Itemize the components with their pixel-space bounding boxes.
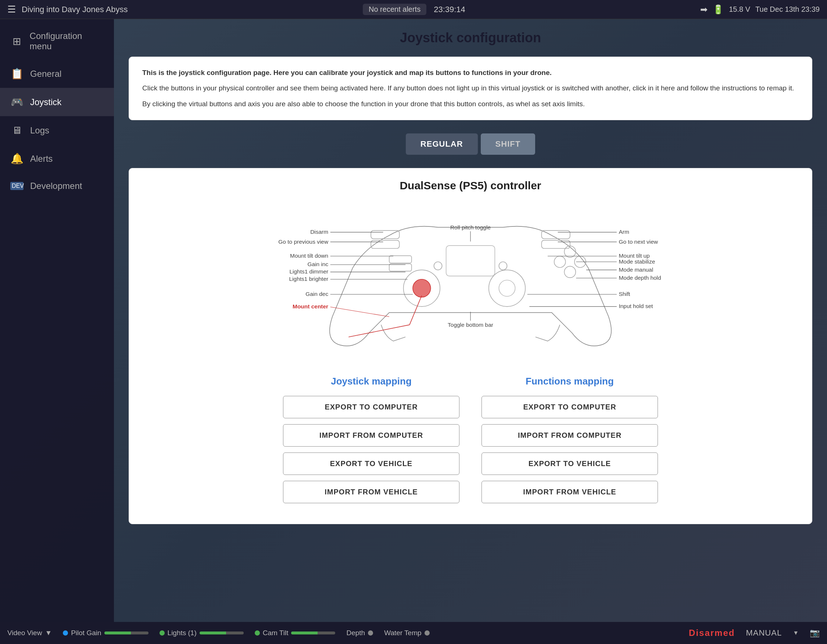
pilot-gain-dot (63, 630, 68, 636)
svg-text:Go to previous view: Go to previous view (278, 239, 329, 245)
sidebar-label-logs: Logs (30, 125, 49, 136)
pilot-gain-slider[interactable] (105, 632, 148, 635)
pilot-gain-label: Pilot Gain (71, 629, 101, 637)
svg-line-18 (348, 325, 409, 337)
bottom-bar: Video View ▼ Pilot Gain Lights (1) Cam T… (0, 622, 827, 644)
lights-dot (159, 630, 165, 636)
svg-text:Go to next view: Go to next view (619, 239, 658, 245)
joystick-export-computer-button[interactable]: EXPORT TO COMPUTER (283, 396, 459, 418)
clock: 23:39:14 (434, 5, 465, 14)
controller-panel: DualSense (PS5) controller (129, 168, 812, 524)
flight-mode-status: MANUAL (746, 628, 782, 638)
svg-text:Input hold set: Input hold set (619, 303, 653, 309)
cam-tilt-item: Cam Tilt (255, 629, 335, 637)
sidebar-label-alerts: Alerts (30, 154, 53, 164)
joystick-mapping-section: Joystick mapping EXPORT TO COMPUTER IMPO… (283, 376, 459, 509)
battery-icon: 🔋 (713, 5, 724, 15)
svg-text:Lights1 brighter: Lights1 brighter (289, 276, 329, 282)
svg-rect-14 (446, 246, 495, 276)
svg-point-3 (499, 280, 515, 296)
water-temp-dot (424, 630, 430, 636)
sidebar-label-general: General (30, 69, 61, 79)
info-line1: This is the joystick configuration page.… (142, 69, 552, 76)
sidebar-item-joystick[interactable]: 🎮 Joystick (0, 88, 114, 116)
svg-point-10 (554, 256, 566, 268)
date-display: Tue Dec 13th 23:39 (755, 5, 820, 14)
voltage-display: 15.8 V (729, 5, 750, 14)
svg-text:Disarm: Disarm (310, 229, 328, 235)
joystick-import-vehicle-button[interactable]: IMPORT FROM VEHICLE (283, 481, 459, 503)
svg-text:Shift: Shift (619, 291, 630, 297)
lights-slider[interactable] (200, 632, 244, 635)
sidebar-item-logs[interactable]: 🖥 Logs (0, 116, 114, 145)
svg-text:Mode manual: Mode manual (619, 267, 653, 273)
grid-icon: ⊞ (10, 35, 23, 47)
svg-line-17 (409, 296, 421, 325)
functions-import-vehicle-button[interactable]: IMPORT FROM VEHICLE (482, 481, 658, 503)
main-content: Joystick configuration This is the joyst… (114, 19, 827, 622)
controller-diagram: Disarm Go to previous view Mount tilt do… (144, 203, 797, 357)
svg-text:Toggle bottom bar: Toggle bottom bar (448, 322, 493, 328)
depth-dot (368, 630, 373, 636)
svg-point-15 (434, 262, 442, 270)
svg-text:Gain inc: Gain inc (307, 261, 328, 268)
svg-point-13 (564, 267, 576, 278)
svg-rect-4 (389, 256, 412, 263)
sidebar-item-alerts[interactable]: 🔔 Alerts (0, 145, 114, 173)
functions-import-computer-button[interactable]: IMPORT FROM COMPUTER (482, 424, 658, 447)
sidebar-item-development[interactable]: DEV Development (0, 173, 114, 199)
functions-mapping-section: Functions mapping EXPORT TO COMPUTER IMP… (482, 376, 658, 509)
alerts-label: No recent alerts (363, 4, 426, 15)
svg-point-2 (489, 270, 525, 307)
functions-export-computer-button[interactable]: EXPORT TO COMPUTER (482, 396, 658, 418)
svg-point-1 (413, 279, 431, 297)
water-temp-item: Water Temp (384, 629, 429, 637)
svg-text:Mount tilt down: Mount tilt down (290, 253, 328, 259)
bell-icon: 🔔 (10, 153, 23, 165)
cam-tilt-slider[interactable] (291, 632, 335, 635)
sidebar-item-general[interactable]: 📋 General (0, 59, 114, 88)
mode-dropdown-icon[interactable]: ▼ (793, 630, 799, 636)
joystick-import-computer-button[interactable]: IMPORT FROM COMPUTER (283, 424, 459, 447)
svg-text:Mount tilt up: Mount tilt up (619, 253, 649, 259)
svg-point-16 (499, 262, 507, 270)
dev-badge-icon: DEV (10, 182, 23, 190)
gamepad-icon: 🎮 (10, 96, 23, 108)
sidebar-label-configuration-menu: Configuration menu (30, 31, 104, 51)
arm-status: Disarmed (689, 628, 735, 638)
hamburger-icon[interactable]: ☰ (7, 4, 16, 15)
svg-text:Mode stabilize: Mode stabilize (619, 259, 655, 265)
video-view-dropdown-icon[interactable]: ▼ (45, 629, 52, 637)
app-title: Diving into Davy Jones Abyss (22, 5, 128, 14)
lights-item: Lights (1) (159, 629, 244, 637)
svg-rect-5 (389, 264, 412, 271)
page-title: Joystick configuration (129, 30, 812, 45)
shift-mode-button[interactable]: SHIFT (481, 133, 535, 155)
svg-text:Mode depth hold: Mode depth hold (619, 274, 661, 281)
svg-rect-9 (541, 240, 570, 248)
functions-export-vehicle-button[interactable]: EXPORT TO VEHICLE (482, 452, 658, 475)
video-view-label: Video View (7, 629, 42, 637)
svg-rect-7 (371, 240, 399, 248)
svg-point-11 (564, 246, 576, 257)
topbar: ☰ Diving into Davy Jones Abyss No recent… (0, 0, 827, 19)
regular-mode-button[interactable]: REGULAR (406, 133, 478, 155)
svg-text:Arm: Arm (619, 229, 629, 235)
pilot-gain-item: Pilot Gain (63, 629, 148, 637)
mode-buttons-container: REGULAR SHIFT (129, 133, 812, 155)
camera-icon[interactable]: 📷 (810, 628, 820, 638)
cam-tilt-dot (255, 630, 260, 636)
svg-text:Roll pitch toggle: Roll pitch toggle (450, 224, 491, 231)
depth-label: Depth (346, 629, 365, 637)
mapping-sections: Joystick mapping EXPORT TO COMPUTER IMPO… (144, 376, 797, 509)
joystick-mapping-title: Joystick mapping (283, 376, 459, 387)
sidebar: ⊞ Configuration menu 📋 General 🎮 Joystic… (0, 19, 114, 622)
video-view-item[interactable]: Video View ▼ (7, 629, 52, 637)
cam-tilt-label: Cam Tilt (263, 629, 289, 637)
book-icon: 📋 (10, 68, 23, 80)
sidebar-label-development: Development (30, 181, 82, 191)
svg-text:Gain dec: Gain dec (306, 291, 328, 297)
svg-text:Lights1 dimmer: Lights1 dimmer (289, 268, 328, 274)
joystick-export-vehicle-button[interactable]: EXPORT TO VEHICLE (283, 452, 459, 475)
sidebar-item-configuration-menu[interactable]: ⊞ Configuration menu (0, 23, 114, 59)
